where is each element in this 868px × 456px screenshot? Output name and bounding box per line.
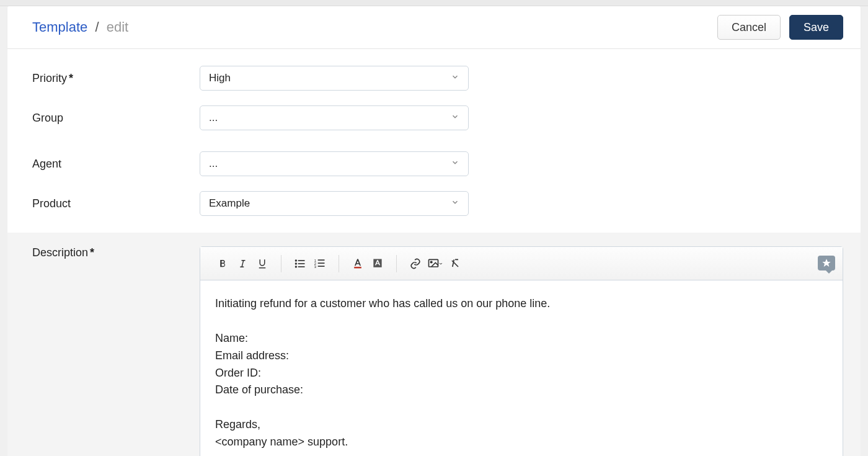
editor-toolbar: 123 — [200, 247, 843, 280]
svg-rect-12 — [354, 267, 361, 269]
required-indicator: * — [90, 246, 94, 259]
window-top-strip — [0, 0, 868, 6]
group-value: ... — [209, 112, 218, 124]
priority-select[interactable]: High — [200, 66, 469, 91]
chevron-down-icon — [451, 112, 459, 124]
product-label: Product — [32, 197, 200, 210]
breadcrumb-leaf: edit — [107, 19, 128, 35]
priority-value: High — [209, 72, 231, 84]
toolbar-separator — [396, 255, 397, 272]
toolbar-group-text — [208, 254, 277, 274]
underline-icon[interactable] — [252, 254, 272, 274]
svg-rect-4 — [298, 263, 305, 264]
product-select[interactable]: Example — [200, 191, 469, 216]
form-body: Priority* High Group ... Agent ... — [7, 49, 861, 456]
svg-rect-3 — [298, 260, 305, 261]
chevron-down-icon — [451, 158, 459, 170]
svg-text:3: 3 — [314, 264, 316, 268]
breadcrumb-separator: / — [95, 19, 99, 35]
svg-point-0 — [295, 259, 297, 261]
breadcrumb-root[interactable]: Template — [32, 19, 87, 35]
group-select[interactable]: ... — [200, 105, 469, 130]
priority-label: Priority* — [32, 72, 200, 85]
unordered-list-icon[interactable] — [290, 254, 310, 274]
toolbar-separator — [339, 255, 339, 272]
svg-point-1 — [295, 262, 297, 264]
cancel-button[interactable]: Cancel — [717, 15, 781, 40]
text-highlight-icon[interactable] — [368, 254, 388, 274]
text-color-icon[interactable] — [348, 254, 368, 274]
field-row-priority: Priority* High — [7, 49, 861, 95]
page-header: Template / edit Cancel Save — [7, 6, 861, 49]
group-label: Group — [32, 112, 200, 125]
save-button[interactable]: Save — [789, 15, 843, 40]
agent-label: Agent — [32, 158, 200, 171]
toolbar-group-insert — [401, 254, 470, 274]
insert-placeholder-icon[interactable] — [818, 256, 835, 270]
toolbar-separator — [281, 255, 281, 272]
toolbar-group-lists: 123 — [285, 254, 335, 274]
italic-icon[interactable] — [232, 254, 252, 274]
svg-rect-11 — [318, 266, 325, 267]
chevron-down-icon — [451, 197, 459, 210]
ordered-list-icon[interactable]: 123 — [310, 254, 330, 274]
bold-icon[interactable] — [213, 254, 232, 274]
required-indicator: * — [69, 72, 73, 84]
svg-point-15 — [430, 261, 432, 263]
link-icon[interactable] — [405, 254, 425, 274]
header-actions: Cancel Save — [717, 15, 843, 40]
field-row-agent: Agent ... — [7, 141, 861, 187]
breadcrumb: Template / edit — [32, 19, 128, 35]
description-label: Description* — [32, 246, 200, 259]
rich-text-editor: 123 — [200, 246, 843, 456]
field-row-description: Description* — [7, 233, 861, 456]
svg-rect-5 — [298, 266, 305, 267]
svg-rect-10 — [318, 262, 325, 264]
svg-marker-16 — [822, 259, 830, 267]
field-row-group: Group ... — [7, 95, 861, 141]
description-textarea[interactable]: Initiating refund for a customer who has… — [200, 280, 843, 456]
agent-select[interactable]: ... — [200, 151, 469, 176]
clear-formatting-icon[interactable] — [445, 254, 465, 274]
agent-value: ... — [209, 158, 218, 170]
product-value: Example — [209, 197, 250, 210]
toolbar-group-color — [343, 254, 392, 274]
svg-rect-9 — [318, 259, 325, 261]
chevron-down-icon — [451, 72, 459, 84]
field-row-product: Product Example — [7, 187, 861, 233]
image-icon[interactable] — [425, 254, 445, 274]
svg-point-2 — [295, 266, 297, 267]
